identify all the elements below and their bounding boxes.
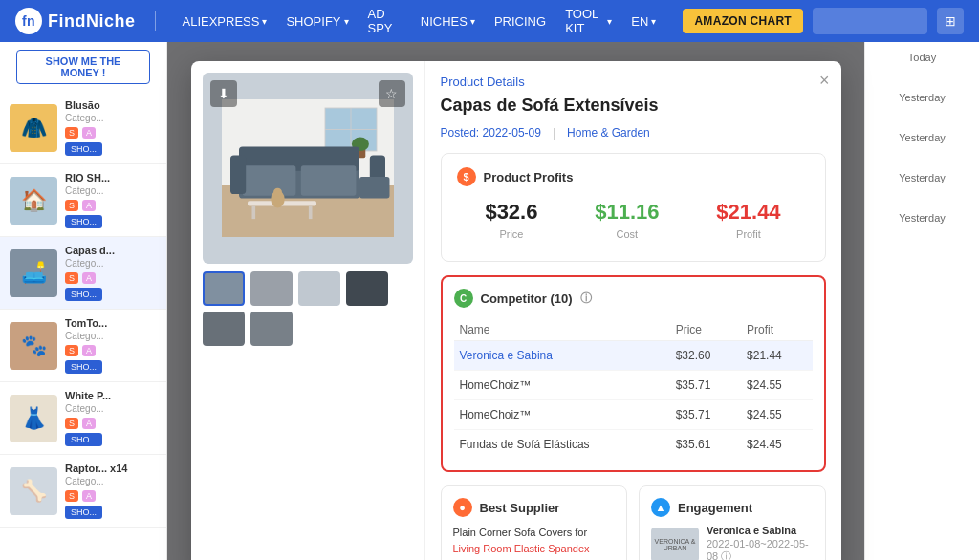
supplier-link[interactable]: Living Room Elastic Spandex Couch C xyxy=(453,543,590,560)
competitor-name-cell: Fundas de Sofá Elásticas xyxy=(454,430,670,460)
modal-images-panel: ⬇ ☆ xyxy=(191,61,425,560)
profit-label: Profit xyxy=(716,228,780,240)
competitor-name-cell: HomeChoiz™ xyxy=(454,400,670,430)
close-button[interactable]: × xyxy=(819,71,830,91)
nav-aliexpress[interactable]: ALIEXPRESS ▾ xyxy=(175,11,275,32)
nav-menu: ALIEXPRESS ▾ SHOPIFY ▾ AD SPY NICHES ▾ P… xyxy=(175,3,664,39)
shop-button[interactable]: SHO... xyxy=(65,288,102,301)
store-name: Veronica e Sabina xyxy=(707,525,814,536)
product-badges: S A xyxy=(65,345,157,356)
product-badges: S A xyxy=(65,127,157,139)
thumbnail-item[interactable] xyxy=(203,271,245,306)
competitor-name-cell: HomeChoiz™ xyxy=(454,371,670,400)
list-item[interactable]: 🧥 Blusão Catego... S A SHO... xyxy=(0,92,166,164)
engagement-icon: ▲ xyxy=(651,498,670,517)
product-thumbnail: 🧥 xyxy=(10,104,57,152)
product-name: RIO SH... xyxy=(65,172,157,183)
navbar-right: AMAZON CHART ⊞ xyxy=(683,8,964,34)
badge-s: S xyxy=(65,418,78,429)
chevron-down-icon: ▾ xyxy=(344,16,349,27)
right-section: Yesterday xyxy=(873,132,971,143)
nav-language[interactable]: EN ▾ xyxy=(623,11,664,32)
competitor-profit-cell: $24.55 xyxy=(741,400,812,430)
competitor-profit-cell: $21.44 xyxy=(741,341,812,371)
thumbnail-item[interactable] xyxy=(203,312,245,346)
product-list-sidebar: SHOW ME THE MONEY ! 🧥 Blusão Catego... S… xyxy=(0,42,167,560)
list-item[interactable]: 🐾 TomTo... Catego... S A SHO... xyxy=(0,310,166,382)
product-category-link[interactable]: Home & Garden xyxy=(567,126,650,140)
competitor-link[interactable]: Veronica e Sabina xyxy=(460,349,553,362)
right-section: Yesterday xyxy=(873,172,971,183)
nav-shopify[interactable]: SHOPIFY ▾ xyxy=(278,11,356,32)
competitor-profit-cell: $24.45 xyxy=(741,430,812,460)
profit-value: $21.44 xyxy=(716,200,780,225)
bottom-sections: ● Best Supplier Plain Corner Sofa Covers… xyxy=(441,485,826,560)
product-category: Catego... xyxy=(65,331,157,341)
table-row[interactable]: HomeChoiz™$35.71$24.55 xyxy=(454,400,813,430)
table-row[interactable]: Fundas de Sofá Elásticas$35.61$24.45 xyxy=(454,430,813,460)
product-category: Catego... xyxy=(65,113,157,123)
download-button[interactable]: ⬇ xyxy=(210,80,237,107)
badge-s: S xyxy=(65,272,78,284)
grid-icon-button[interactable]: ⊞ xyxy=(937,8,964,34)
competitor-name-cell[interactable]: Veronica e Sabina xyxy=(454,341,670,371)
shop-button[interactable]: SHO... xyxy=(65,506,102,519)
main-content: SHOW ME THE MONEY ! 🧥 Blusão Catego... S… xyxy=(0,42,979,560)
shop-button[interactable]: SHO... xyxy=(65,215,102,228)
list-item[interactable]: 🏠 RIO SH... Catego... S A SHO... xyxy=(0,164,166,237)
right-label: Yesterday xyxy=(873,132,971,143)
cost-label: Cost xyxy=(595,228,659,240)
nav-toolkit[interactable]: TOOL KIT ▾ xyxy=(557,3,620,39)
badge-a: A xyxy=(82,127,96,139)
competitor-price-cell: $35.71 xyxy=(670,371,741,400)
thumbnail-item[interactable] xyxy=(250,271,293,306)
thumbnail-item[interactable] xyxy=(250,312,293,346)
logo[interactable]: fn FindNiche xyxy=(15,8,136,34)
engagement-section: ▲ Engagement VERONICA & URBAN Veronica e… xyxy=(639,485,826,560)
shop-button[interactable]: SHO... xyxy=(65,360,102,374)
nav-pricing[interactable]: PRICING xyxy=(487,11,554,32)
right-label: Yesterday xyxy=(873,92,971,103)
logo-icon: fn xyxy=(15,8,42,34)
product-detail-modal: × ⬇ ☆ xyxy=(191,61,841,560)
product-name: Capas d... xyxy=(65,245,157,256)
nav-niches[interactable]: NICHES ▾ xyxy=(413,11,483,32)
competitor-price-cell: $35.71 xyxy=(670,400,741,430)
chevron-down-icon: ▾ xyxy=(651,16,656,27)
competitor-price-cell: $32.60 xyxy=(670,341,741,371)
list-item[interactable]: 🦴 Raptor... x14 Catego... S A SHO... xyxy=(0,455,166,528)
svg-rect-14 xyxy=(359,177,390,199)
product-category: Catego... xyxy=(65,258,157,269)
search-input[interactable] xyxy=(813,8,927,34)
sofa-illustration xyxy=(222,97,394,240)
table-row[interactable]: HomeChoiz™$35.71$24.55 xyxy=(454,371,813,400)
posted-date: Posted: 2022-05-09 xyxy=(441,126,541,140)
product-thumbnail: 👗 xyxy=(10,395,57,442)
favorite-button[interactable]: ☆ xyxy=(379,80,405,107)
svg-rect-11 xyxy=(300,165,356,196)
thumbnail-item[interactable] xyxy=(346,271,388,306)
show-money-button[interactable]: SHOW ME THE MONEY ! xyxy=(16,50,150,84)
list-item[interactable]: 👗 White P... Catego... S A SHO... xyxy=(0,382,166,455)
navbar: fn FindNiche ALIEXPRESS ▾ SHOPIFY ▾ AD S… xyxy=(0,0,979,42)
meta-divider: | xyxy=(553,126,555,140)
store-thumbnail: VERONICA & URBAN xyxy=(651,528,699,560)
product-badges: S A xyxy=(65,490,157,502)
shop-button[interactable]: SHO... xyxy=(65,142,102,156)
nav-divider xyxy=(155,11,156,31)
table-row[interactable]: Veronica e Sabina$32.60$21.44 xyxy=(454,341,813,371)
product-main-image: ⬇ ☆ xyxy=(203,73,413,264)
list-item[interactable]: 🛋️ Capas d... Catego... S A SHO... xyxy=(0,237,166,310)
shop-button[interactable]: SHO... xyxy=(65,433,102,446)
competitor-price-cell: $35.61 xyxy=(670,430,741,460)
modal-body: ⬇ ☆ xyxy=(191,61,841,560)
profits-title: $ Product Profits xyxy=(457,167,810,186)
info-icon[interactable]: ⓘ xyxy=(580,291,592,307)
product-badges: S A xyxy=(65,272,157,284)
nav-adspy[interactable]: AD SPY xyxy=(360,3,409,39)
amazon-chart-button[interactable]: AMAZON CHART xyxy=(683,9,803,33)
profits-values: $32.6 Price $11.16 Cost $21.44 Profit xyxy=(457,200,810,240)
right-label: Today xyxy=(873,52,971,63)
badge-a: A xyxy=(82,200,96,211)
thumbnail-item[interactable] xyxy=(298,271,340,306)
